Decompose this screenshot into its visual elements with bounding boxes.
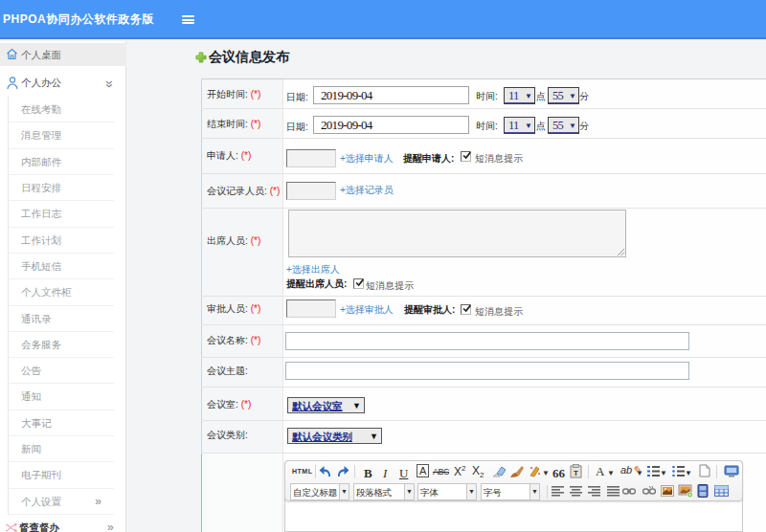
svg-text:T: T [574,469,578,477]
